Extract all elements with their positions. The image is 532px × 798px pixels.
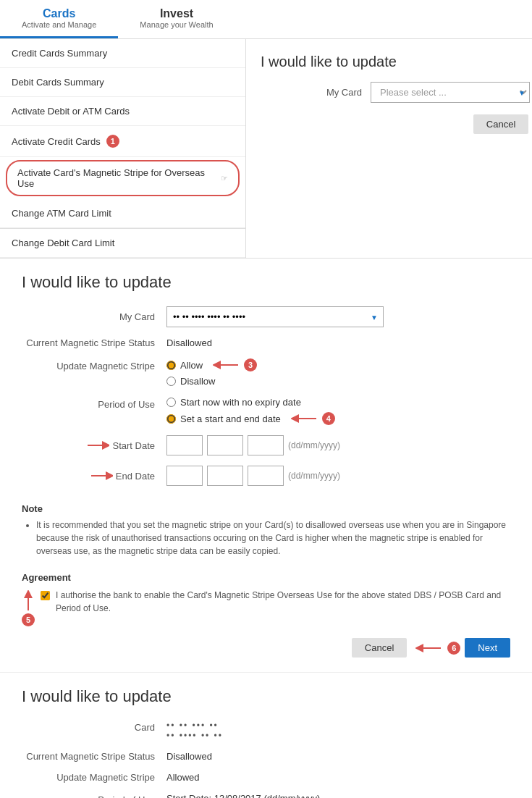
s1-next-button[interactable]: Next [465,638,510,658]
s1-radio-disallow: Disallow [166,376,510,387]
sidebar-item-debit-cards-summary[interactable]: Debit Cards Summary [0,68,245,97]
s1-radio-disallow-input[interactable] [166,377,176,386]
s1-radio-disallow-label: Disallow [180,376,215,387]
s1-note-list: It is recommended that you set the magne… [36,518,510,558]
s1-start-date-fields: (dd/mm/yyyy) [166,435,510,455]
s2-period-row: Period of Use Start Date: 13/08/2017 (dd… [22,793,510,798]
s1-update-stripe-row: Update Magnetic Stripe Allow [22,358,510,387]
s1-end-month[interactable] [207,466,243,486]
top-navigation: Cards Activate and Manage Invest Manage … [0,0,532,39]
s1-start-day[interactable] [166,435,203,455]
s1-card-select[interactable]: •• •• •••• •••• •• •••• [166,306,384,327]
sidebar-item-activate-magnetic[interactable]: Activate Card's Magnetic Stripe for Over… [6,160,240,196]
s2-card-line1: •• •• ••• •• [166,721,510,731]
s1-period-no-expiry: Start now with no expiry date [166,397,510,408]
s1-cancel-button[interactable]: Cancel [352,638,407,658]
sidebar-item-activate-credit[interactable]: Activate Credit Cards 1 [0,126,245,157]
s2-period-label: Period of Use [22,793,166,798]
s1-end-date-format: (dd/mm/yyyy) [288,471,340,481]
s1-agreement-section: Agreement 5 I authorise the bank to enab… [22,572,510,626]
annotation-4: 4 [322,412,335,425]
annotation-3-arrow [213,360,242,370]
s1-my-card-row: My Card •• •• •••• •••• •• •••• [22,306,510,327]
s1-current-status-value: Disallowed [166,337,510,348]
cards-tab-subtitle: Activate and Manage [22,20,96,29]
s1-my-card-label: My Card [22,311,166,322]
s1-radio-allow-input[interactable] [166,361,176,370]
main-section-2: I would like to update Card •• •• ••• ••… [0,673,532,798]
s1-end-date-fields: (dd/mm/yyyy) [166,466,510,486]
s1-card-select-wrapper: •• •• •••• •••• •• •••• [166,306,384,327]
s2-update-row: Update Magnetic Stripe Allowed [22,772,510,783]
s2-card-label: Card [22,721,166,733]
s2-start-date: Start Date: 13/08/2017 (dd/mm/yyyy) [166,793,510,798]
s2-current-status-row: Current Magnetic Stripe Status Disallowe… [22,751,510,762]
end-date-arrow [90,471,113,481]
s1-radio-allow: Allow 3 [166,358,510,371]
s1-radio-group: Allow 3 [166,358,510,387]
s1-current-status-row: Current Magnetic Stripe Status Disallowe… [22,337,510,348]
cards-tab-title: Cards [22,7,96,20]
sidebar-item-change-debit-limit[interactable]: Change Debit Card Limit [0,229,245,258]
s1-period-set-dates: Set a start and end date 4 [166,412,510,425]
s1-start-year[interactable] [248,435,284,455]
s1-agreement-text: I authorise the bank to enable the Card'… [56,589,510,615]
s2-update-value: Allowed [166,772,200,783]
sidebar-item-change-atm-limit[interactable]: Change ATM Card Limit [0,199,245,228]
s1-note-item: It is recommended that you set the magne… [36,518,510,558]
invest-tab-title: Invest [140,7,213,20]
sidebar-item-activate-debit-atm[interactable]: Activate Debit or ATM Cards [0,97,245,126]
s1-radio-allow-label: Allow [180,360,203,371]
upper-right-panel: I would like to update My Card Please se… [246,39,532,258]
main-layout: Credit Cards Summary Debit Cards Summary… [0,39,532,258]
sidebar-item-credit-cards-summary[interactable]: Credit Cards Summary [0,39,245,68]
s1-period-row: Period of Use Start now with no expiry d… [22,397,510,425]
upper-cancel-button[interactable]: Cancel [473,114,528,134]
s1-start-date-row: Start Date (dd/mm/yyyy) [22,435,510,455]
s1-period-label: Period of Use [22,397,166,410]
s1-agreement-checkbox-row: 5 I authorise the bank to enable the Car… [22,589,510,626]
s1-current-status-label: Current Magnetic Stripe Status [22,337,166,348]
s1-end-day[interactable] [166,466,203,486]
annotation-5: 5 [22,613,35,626]
tab-invest[interactable]: Invest Manage your Wealth [118,0,235,38]
annotation-6: 6 [447,642,460,655]
s1-end-date-row: End Date (dd/mm/yyyy) [22,466,510,486]
s1-end-date-label: End Date [22,471,166,482]
annotation-1: 1 [106,135,119,148]
cursor-icon: ☞ [221,174,228,183]
tab-cards[interactable]: Cards Activate and Manage [0,0,118,38]
s1-start-date-format: (dd/mm/yyyy) [288,440,340,450]
s1-update-stripe-label: Update Magnetic Stripe [22,358,166,371]
s2-current-status-label: Current Magnetic Stripe Status [22,751,166,762]
invest-tab-subtitle: Manage your Wealth [140,20,213,29]
main-section-1: I would like to update My Card •• •• •••… [0,259,532,673]
start-date-arrow [86,440,109,450]
annotation-5-arrow [23,590,33,612]
s2-current-status-value: Disallowed [166,751,212,762]
s1-agreement-title: Agreement [22,572,510,583]
sidebar: Credit Cards Summary Debit Cards Summary… [0,39,246,258]
s1-period-no-expiry-input[interactable] [166,398,176,407]
s1-end-year[interactable] [248,466,284,486]
s1-period-set-dates-input[interactable] [166,414,176,424]
s1-start-date-label: Start Date [22,440,166,451]
s1-note-title: Note [22,503,510,514]
s2-card-line2: •• •••• •• •• [166,731,510,741]
upper-button-row: Cancel Next [261,114,532,134]
s1-period-set-dates-label: Set a start and end date [180,413,281,424]
s1-start-month[interactable] [207,435,243,455]
s1-note-section: Note It is recommended that you set the … [22,496,510,565]
s1-period-no-expiry-label: Start now with no expiry date [180,397,301,408]
section2-title: I would like to update [22,687,510,706]
s2-update-label: Update Magnetic Stripe [22,772,166,783]
upper-card-select[interactable]: Please select ... [371,82,530,103]
section1-title: I would like to update [22,273,510,292]
upper-my-card-row: My Card Please select ... [261,82,532,103]
s1-period-group: Start now with no expiry date Set a star… [166,397,510,425]
s1-agreement-checkbox[interactable] [41,591,50,600]
annotation-4-arrow [291,413,320,424]
s2-card-row: Card •• •• ••• •• •• •••• •• •• [22,721,510,741]
upper-my-card-label: My Card [261,87,362,98]
annotation-6-arrow [415,642,444,655]
